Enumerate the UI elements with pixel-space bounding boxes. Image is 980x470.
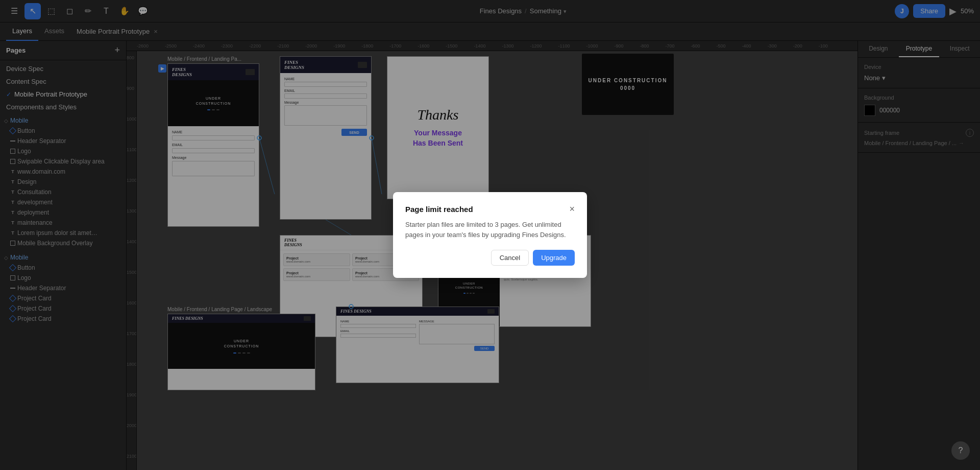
modal-header: Page limit reached × (405, 204, 575, 214)
modal-overlay[interactable]: Page limit reached × Starter plan files … (0, 0, 980, 470)
upgrade-button[interactable]: Upgrade (533, 250, 575, 266)
modal-body: Starter plan files are limited to 3 page… (405, 220, 575, 240)
modal-footer: Cancel Upgrade (405, 250, 575, 266)
modal-title: Page limit reached (405, 205, 473, 214)
modal-close-button[interactable]: × (569, 204, 575, 214)
page-limit-modal: Page limit reached × Starter plan files … (393, 192, 587, 278)
cancel-button[interactable]: Cancel (491, 250, 529, 266)
